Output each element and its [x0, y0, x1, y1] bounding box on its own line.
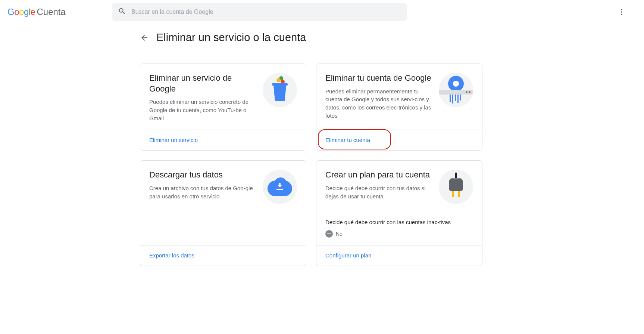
card-text: Eliminar tu cuenta de Google Puedes elim…	[325, 73, 433, 122]
cloud-download-icon	[263, 170, 297, 204]
plug-icon	[439, 170, 473, 204]
svg-point-2	[621, 14, 622, 15]
card-body: Crear un plan para tu cuenta Decide qué …	[316, 161, 482, 245]
account-label: Cuenta	[37, 7, 65, 17]
card-body: Eliminar tu cuenta de Google Puedes elim…	[316, 64, 482, 130]
card-footer: Eliminar tu cuenta	[316, 130, 482, 150]
google-logo: Google	[7, 7, 35, 17]
logo-letter: G	[7, 7, 14, 17]
minus-circle-icon	[325, 230, 333, 238]
app-header: Google Cuenta	[0, 0, 644, 24]
cards-area: Eliminar un servicio de Google Puedes el…	[0, 53, 644, 266]
card-desc: Puedes eliminar permanentemente tu cuent…	[325, 87, 433, 120]
card-download-data: Descargar tus datos Crea un archivo con …	[140, 160, 306, 266]
shredder-icon	[439, 73, 473, 107]
trash-icon	[263, 73, 297, 107]
configure-plan-link[interactable]: Configurar un plan	[325, 252, 371, 259]
more-vert-icon	[618, 8, 626, 16]
logo-letter: o	[14, 7, 19, 17]
delete-account-link[interactable]: Eliminar tu cuenta	[325, 137, 370, 143]
card-title: Crear un plan para tu cuenta	[325, 170, 433, 180]
logo-letter: o	[19, 7, 24, 17]
card-text: Descargar tus datos Crea un archivo con …	[149, 170, 257, 238]
card-title: Descargar tus datos	[149, 170, 257, 180]
logo-letter: g	[24, 7, 29, 17]
logo-section[interactable]: Google Cuenta	[7, 7, 104, 17]
page-title-row: Eliminar un servicio o la cuenta	[0, 24, 644, 53]
card-footer: Configurar un plan	[316, 245, 482, 266]
card-body: Descargar tus datos Crea un archivo con …	[140, 161, 306, 245]
arrow-back-icon	[140, 33, 149, 42]
card-delete-account: Eliminar tu cuenta de Google Puedes elim…	[316, 64, 482, 151]
card-desc: Decide qué debe ocurrir con tus datos si…	[325, 184, 433, 201]
logo-letter: e	[31, 7, 35, 17]
card-desc: Crea un archivo con tus datos de Goo‐gle…	[149, 184, 257, 201]
inactive-accounts-label: Decide qué debe ocurrir con las cuentas …	[325, 218, 473, 226]
search-input[interactable]	[131, 9, 401, 15]
cards-grid: Eliminar un servicio de Google Puedes el…	[140, 64, 482, 266]
page-title: Eliminar un servicio o la cuenta	[156, 31, 306, 44]
search-icon	[118, 7, 126, 17]
card-text: Crear un plan para tu cuenta Decide qué …	[325, 170, 433, 204]
inactive-status-value: No	[336, 231, 343, 237]
card-account-plan: Crear un plan para tu cuenta Decide qué …	[316, 160, 482, 266]
card-text: Eliminar un servicio de Google Puedes el…	[149, 73, 257, 122]
svg-point-0	[621, 9, 622, 10]
more-menu-button[interactable]	[614, 4, 629, 19]
export-data-link[interactable]: Exportar los datos	[149, 252, 194, 259]
card-delete-service: Eliminar un servicio de Google Puedes el…	[140, 64, 306, 151]
card-title: Eliminar un servicio de Google	[149, 73, 257, 94]
inactive-accounts-section: Decide qué debe ocurrir con las cuentas …	[325, 218, 473, 238]
card-desc: Puedes eliminar un servicio concreto de …	[149, 98, 257, 122]
card-body: Eliminar un servicio de Google Puedes el…	[140, 64, 306, 130]
card-footer: Eliminar un servicio	[140, 130, 306, 150]
svg-point-1	[621, 11, 622, 13]
card-title: Eliminar tu cuenta de Google	[325, 73, 433, 84]
search-bar[interactable]	[112, 3, 407, 21]
back-button[interactable]	[140, 33, 149, 42]
card-footer: Exportar los datos	[140, 245, 306, 266]
delete-service-link[interactable]: Eliminar un servicio	[149, 137, 198, 143]
inactive-status-row: No	[325, 230, 473, 238]
